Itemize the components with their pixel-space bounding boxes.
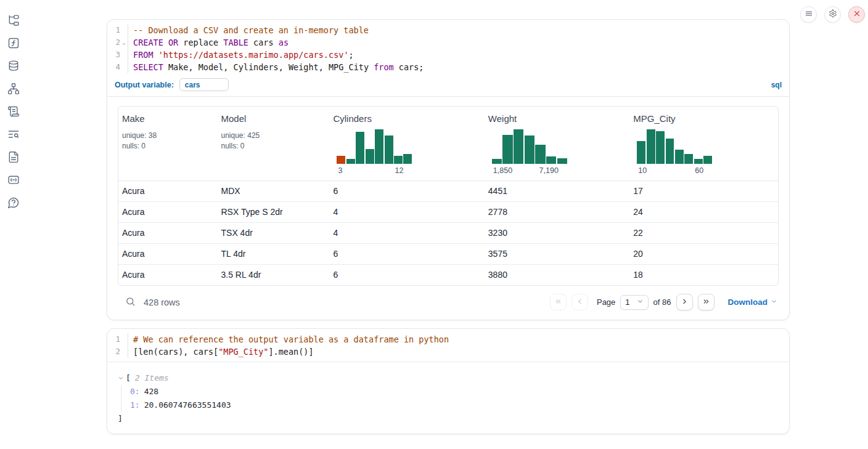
cell-make: Acura <box>118 265 218 285</box>
logs-search-icon[interactable] <box>7 127 20 140</box>
cell-mpg-city: 20 <box>629 244 778 264</box>
hist-bar <box>675 150 684 164</box>
file-tree-icon[interactable] <box>7 14 20 26</box>
table-footer: 428 rows Page 1 of 86 <box>118 286 779 312</box>
column-header-make: Make unique: 38 nulls: 0 <box>118 107 218 180</box>
python-code-content[interactable]: # We can reference the output variable a… <box>128 333 789 358</box>
hist-bar <box>546 156 556 164</box>
cell-make: Acura <box>118 181 218 201</box>
download-button[interactable]: Download <box>728 297 778 307</box>
help-icon[interactable] <box>7 196 20 209</box>
code-line[interactable]: [len(cars), cars["MPG_City"].mean()] <box>133 346 789 358</box>
column-label[interactable]: MPG_City <box>633 113 774 124</box>
item-value: 428 <box>144 387 158 396</box>
page-label: Page <box>597 297 615 307</box>
cell-make: Acura <box>118 223 218 243</box>
hist-bar <box>525 136 534 164</box>
settings-button[interactable] <box>824 6 841 23</box>
row-count: 428 rows <box>144 297 180 307</box>
database-icon[interactable] <box>7 59 20 72</box>
menu-icon <box>805 9 813 20</box>
list-item: 1:20.060747663551403 <box>130 398 779 412</box>
collapse-chevron-icon[interactable] <box>118 375 126 381</box>
snippets-icon[interactable] <box>7 173 20 186</box>
sql-cell: 12⌄34 -- Download a CSV and create an in… <box>107 19 790 320</box>
cell-model: 3.5 RL 4dr <box>218 265 330 285</box>
next-page-button[interactable] <box>676 294 693 310</box>
shutdown-button[interactable] <box>848 6 865 23</box>
column-label[interactable]: Cylinders <box>333 113 480 124</box>
python-cell: 12 # We can reference the output variabl… <box>107 328 790 434</box>
line-number: 1 <box>107 24 120 36</box>
total-pages-label: of 86 <box>653 297 671 307</box>
menu-button[interactable] <box>800 6 817 23</box>
table-row[interactable]: Acura MDX 6 4451 17 <box>118 181 778 201</box>
sidebar <box>0 0 27 449</box>
language-badge: sql <box>771 81 782 89</box>
hist-bar <box>394 156 403 164</box>
last-page-button[interactable] <box>698 294 714 310</box>
mpg-city-histogram <box>637 129 712 164</box>
code-line[interactable]: # We can reference the output variable a… <box>133 333 789 346</box>
search-icon[interactable] <box>125 296 136 309</box>
cell-cylinders: 6 <box>329 244 484 264</box>
table-row[interactable]: Acura 3.5 RL 4dr 6 3880 18 <box>118 264 778 285</box>
page-select[interactable]: 1 <box>620 295 648 310</box>
table-row[interactable]: Acura RSX Type S 2dr 4 2778 24 <box>118 201 778 222</box>
weight-histogram <box>492 129 567 164</box>
open-bracket: [ <box>126 371 131 385</box>
line-number: 2 <box>107 346 120 358</box>
column-nulls-stat: nulls: 0 <box>221 141 326 152</box>
cell-mpg-city: 18 <box>629 265 778 285</box>
cell-cylinders: 6 <box>329 265 484 285</box>
line-number: 4 <box>107 61 120 73</box>
sql-code-editor[interactable]: 12⌄34 -- Download a CSV and create an in… <box>107 20 789 77</box>
table-row[interactable]: Acura TSX 4dr 4 3230 22 <box>118 222 778 243</box>
download-label: Download <box>728 297 768 307</box>
code-line[interactable]: -- Download a CSV and create an in-memor… <box>133 24 789 36</box>
cell-weight: 3575 <box>485 244 629 264</box>
chevrons-left-icon <box>554 297 562 308</box>
line-number: 1 <box>107 333 120 346</box>
cell-make: Acura <box>118 244 218 264</box>
hist-min-label: 10 <box>638 166 647 175</box>
table-row[interactable]: Acura TL 4dr 6 3575 20 <box>118 243 778 264</box>
topbar-actions <box>800 6 865 23</box>
function-square-icon[interactable] <box>7 36 20 49</box>
code-line[interactable]: CREATE OR replace TABLE cars as <box>133 36 789 49</box>
document-icon[interactable] <box>7 150 20 163</box>
code-line[interactable]: SELECT Make, Model, Cylinders, Weight, M… <box>133 61 789 73</box>
first-page-button[interactable] <box>550 294 567 310</box>
cell-model: RSX Type S 2dr <box>218 202 330 222</box>
hist-bar <box>403 154 412 164</box>
dependency-graph-icon[interactable] <box>7 82 20 95</box>
cell-model: MDX <box>218 181 330 201</box>
column-label[interactable]: Make <box>122 113 214 124</box>
close-icon <box>853 9 861 20</box>
column-label[interactable]: Weight <box>488 113 626 124</box>
column-label[interactable]: Model <box>221 113 326 124</box>
hist-bar <box>502 135 512 164</box>
line-number-gutter: 12 <box>107 333 128 358</box>
cell-weight: 3230 <box>485 223 629 243</box>
output-variable-input[interactable] <box>179 78 229 91</box>
prev-page-button[interactable] <box>571 294 588 310</box>
cell-model: TL 4dr <box>218 244 330 264</box>
cell-mpg-city: 22 <box>629 223 778 243</box>
chevron-right-icon <box>681 297 689 308</box>
sql-cell-footer: Output variable: sql <box>107 77 789 97</box>
sql-code-content[interactable]: -- Download a CSV and create an in-memor… <box>128 24 789 73</box>
hist-bar <box>684 154 693 164</box>
scroll-icon[interactable] <box>7 105 20 118</box>
cylinders-histogram <box>337 129 412 164</box>
data-table: Make unique: 38 nulls: 0 Model unique: 4… <box>118 106 779 286</box>
item-value: 20.060747663551403 <box>144 400 231 410</box>
hist-bar <box>346 159 355 164</box>
cell-mpg-city: 17 <box>629 181 778 201</box>
code-line[interactable]: FROM 'https://datasets.marimo.app/cars.c… <box>133 49 789 61</box>
hist-bar <box>385 136 393 164</box>
python-code-editor[interactable]: 12 # We can reference the output variabl… <box>107 329 789 362</box>
fold-chevron-icon[interactable]: ⌄ <box>120 39 128 46</box>
chevrons-right-icon <box>702 297 710 308</box>
hist-bar <box>535 145 545 164</box>
